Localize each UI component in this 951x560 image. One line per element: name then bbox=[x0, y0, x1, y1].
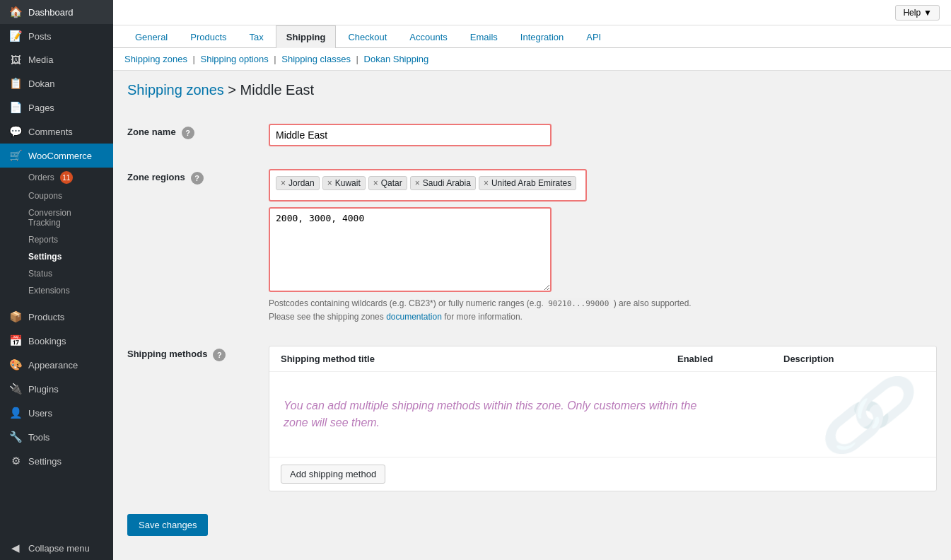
sidebar-item-woocommerce[interactable]: 🛒 WooCommerce bbox=[0, 144, 113, 168]
sidebar-item-settings-bottom[interactable]: ⚙ Settings bbox=[0, 449, 113, 473]
region-tag-jordan: × Jordan bbox=[276, 176, 320, 190]
sidebar-item-comments[interactable]: 💬 Comments bbox=[0, 119, 113, 144]
tab-integration[interactable]: Integration bbox=[510, 25, 574, 48]
breadcrumb-current: Middle East bbox=[240, 82, 315, 98]
sidebar-item-label: Dokan bbox=[28, 78, 55, 89]
tab-shipping[interactable]: Shipping bbox=[276, 25, 337, 48]
sidebar-item-bookings[interactable]: 📅 Bookings bbox=[0, 329, 113, 353]
remove-qatar-icon[interactable]: × bbox=[373, 178, 378, 188]
tab-tax[interactable]: Tax bbox=[239, 25, 274, 48]
shipping-methods-row: Shipping methods ? Shipping method title… bbox=[127, 334, 937, 503]
shipping-methods-header: Shipping method title Enabled Descriptio… bbox=[269, 346, 936, 372]
sidebar-sub-reports[interactable]: Reports bbox=[0, 231, 113, 248]
zone-regions-label-cell: Zone regions ? bbox=[127, 158, 269, 334]
tabs-bar: General Products Tax Shipping Checkout A… bbox=[113, 25, 951, 48]
sidebar-item-dashboard[interactable]: 🏠 Dashboard bbox=[0, 0, 113, 24]
tab-general[interactable]: General bbox=[124, 25, 178, 48]
tab-accounts[interactable]: Accounts bbox=[399, 25, 457, 48]
subnav-shipping-classes[interactable]: Shipping classes bbox=[281, 54, 351, 64]
shipping-empty-message: You can add multiple shipping methods wi… bbox=[269, 372, 936, 457]
postcodes-textarea[interactable]: 2000, 3000, 4000 bbox=[269, 207, 552, 292]
sidebar-item-dokan[interactable]: 📋 Dokan bbox=[0, 71, 113, 95]
zone-regions-help-icon[interactable]: ? bbox=[191, 172, 204, 185]
postcodes-note: Postcodes containing wildcards (e.g. CB2… bbox=[269, 297, 693, 323]
collapse-icon: ◀ bbox=[8, 542, 23, 554]
chevron-down-icon: ▼ bbox=[923, 8, 932, 18]
subnav-dokan-shipping[interactable]: Dokan Shipping bbox=[364, 54, 429, 64]
sidebar-item-appearance[interactable]: 🎨 Appearance bbox=[0, 353, 113, 377]
tab-emails[interactable]: Emails bbox=[460, 25, 508, 48]
orders-badge: 11 bbox=[60, 171, 73, 184]
subnav: Shipping zones | Shipping options | Ship… bbox=[113, 48, 951, 71]
tab-api[interactable]: API bbox=[576, 25, 612, 48]
region-tag-uae-label: United Arab Emirates bbox=[491, 178, 571, 188]
sidebar-sub-conversion-tracking[interactable]: Conversion Tracking bbox=[0, 204, 113, 231]
region-tag-qatar-label: Qatar bbox=[381, 178, 402, 188]
shipping-methods-label: Shipping methods bbox=[127, 349, 207, 359]
sidebar-item-label: Bookings bbox=[28, 336, 66, 346]
region-tag-saudi-arabia-label: Saudi Arabia bbox=[423, 178, 471, 188]
content-area: General Products Tax Shipping Checkout A… bbox=[113, 25, 951, 560]
breadcrumb-separator: > bbox=[228, 82, 240, 98]
page-body: Shipping zones > Middle East Zone name ? bbox=[113, 71, 951, 560]
zone-regions-input-cell: × Jordan × Kuwait × Qata bbox=[269, 158, 937, 334]
zone-regions-label: Zone regions bbox=[127, 172, 185, 182]
save-changes-button[interactable]: Save changes bbox=[127, 514, 208, 536]
sidebar-item-label: Products bbox=[28, 312, 64, 322]
col-method-title: Shipping method title bbox=[281, 354, 677, 364]
sidebar-item-tools[interactable]: 🔧 Tools bbox=[0, 425, 113, 449]
sidebar-item-users[interactable]: 👤 Users bbox=[0, 401, 113, 425]
remove-uae-icon[interactable]: × bbox=[484, 178, 489, 188]
sidebar-sub-settings[interactable]: Settings bbox=[0, 248, 113, 265]
col-enabled: Enabled bbox=[677, 354, 783, 364]
sidebar-item-label: Comments bbox=[28, 127, 73, 137]
remove-saudi-icon[interactable]: × bbox=[415, 178, 420, 188]
zone-regions-box[interactable]: × Jordan × Kuwait × Qata bbox=[269, 169, 587, 202]
sidebar-item-label: Dashboard bbox=[28, 7, 74, 18]
sidebar-sub-orders[interactable]: Orders 11 bbox=[0, 168, 113, 187]
sidebar-item-media[interactable]: 🖼 Media bbox=[0, 48, 113, 71]
tools-icon: 🔧 bbox=[8, 431, 23, 443]
sidebar-item-label: Users bbox=[28, 408, 52, 419]
sidebar-item-products[interactable]: 📦 Products bbox=[0, 305, 113, 329]
dashboard-icon: 🏠 bbox=[8, 6, 23, 18]
help-button[interactable]: Help ▼ bbox=[895, 5, 940, 21]
sidebar-item-label: Tools bbox=[28, 432, 49, 443]
zone-name-help-icon[interactable]: ? bbox=[182, 127, 194, 139]
col-description: Description bbox=[783, 354, 925, 364]
add-method-row: Add shipping method bbox=[269, 457, 936, 491]
plugins-icon: 🔌 bbox=[8, 383, 23, 395]
sidebar-item-label: Appearance bbox=[28, 360, 78, 371]
sidebar-collapse-menu[interactable]: ◀ Collapse menu bbox=[0, 536, 113, 560]
tab-products[interactable]: Products bbox=[180, 25, 237, 48]
sidebar-item-plugins[interactable]: 🔌 Plugins bbox=[0, 377, 113, 401]
shipping-methods-help-icon[interactable]: ? bbox=[213, 349, 226, 361]
sidebar-item-posts[interactable]: 📝 Posts bbox=[0, 24, 113, 48]
bookings-icon: 📅 bbox=[8, 334, 23, 347]
remove-kuwait-icon[interactable]: × bbox=[327, 178, 332, 188]
postcodes-range-code: 90210...99000 bbox=[546, 298, 611, 309]
settings-form: Zone name ? Zone regions bbox=[127, 112, 937, 503]
sidebar-sub-status[interactable]: Status bbox=[0, 265, 113, 282]
shipping-bg-icon: 🔗 bbox=[819, 372, 908, 457]
media-icon: 🖼 bbox=[8, 54, 23, 66]
collapse-label: Collapse menu bbox=[28, 543, 90, 554]
subnav-shipping-zones[interactable]: Shipping zones bbox=[124, 54, 187, 64]
breadcrumb: Shipping zones > Middle East bbox=[127, 82, 937, 98]
sidebar-item-pages[interactable]: 📄 Pages bbox=[0, 95, 113, 119]
sidebar-sub-extensions[interactable]: Extensions bbox=[0, 282, 113, 299]
sidebar-item-label: WooCommerce bbox=[28, 151, 92, 161]
users-icon: 👤 bbox=[8, 407, 23, 419]
tab-checkout[interactable]: Checkout bbox=[337, 25, 397, 48]
documentation-link[interactable]: documentation bbox=[386, 312, 442, 322]
posts-icon: 📝 bbox=[8, 30, 23, 42]
zone-name-label-cell: Zone name ? bbox=[127, 112, 269, 158]
sidebar-sub-coupons[interactable]: Coupons bbox=[0, 187, 113, 204]
remove-jordan-icon[interactable]: × bbox=[281, 178, 286, 188]
add-shipping-method-button[interactable]: Add shipping method bbox=[281, 465, 385, 484]
zone-name-input[interactable] bbox=[269, 124, 552, 146]
breadcrumb-parent-link[interactable]: Shipping zones bbox=[127, 82, 224, 98]
region-tag-uae: × United Arab Emirates bbox=[479, 176, 576, 190]
subnav-shipping-options[interactable]: Shipping options bbox=[201, 54, 269, 64]
shipping-methods-content-cell: Shipping method title Enabled Descriptio… bbox=[269, 334, 937, 503]
